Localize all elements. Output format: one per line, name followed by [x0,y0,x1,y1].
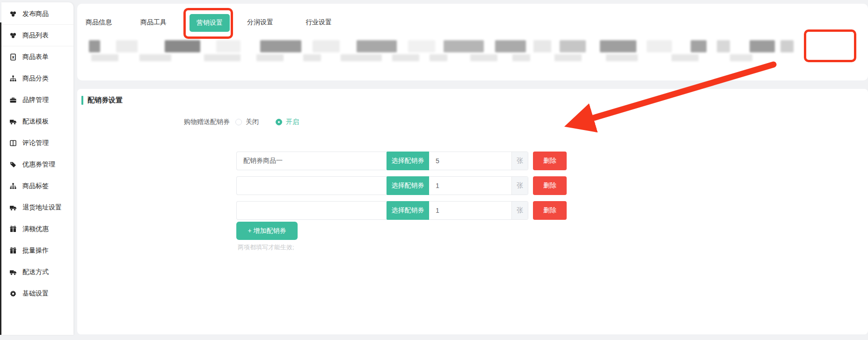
delete-coupon-button[interactable]: 删除 [533,152,567,170]
truck-icon [9,268,17,276]
truck-icon [9,204,17,211]
redacted-subtab [408,40,435,52]
coupon-qty-input[interactable] [429,202,511,219]
coupon-name-input[interactable] [236,152,387,170]
redacted-text [606,54,638,61]
file-x-icon: x [9,53,17,61]
radio-off-dot[interactable] [235,119,242,125]
redacted-text [470,54,497,61]
redacted-text [730,54,752,61]
sitemap-icon [9,75,17,82]
qty-group: 张 [429,176,528,195]
top-tab-3[interactable]: 分润设置 [247,18,273,27]
qty-unit-label: 张 [511,202,528,219]
redacted-subtab [780,40,794,52]
redacted-text [256,54,284,61]
section-header: 配销券设置 [81,96,123,105]
redacted-text [430,54,447,61]
redacted-text [204,54,241,61]
redacted-subtab [691,40,707,52]
top-tab-2[interactable]: 营销设置 [190,14,230,32]
redacted-subtab [260,40,301,52]
sidebar-item-8[interactable]: 商品标签 [1,175,73,197]
redacted-subtab [165,40,200,52]
sidebar-item-9[interactable]: 退货地址设置 [1,197,73,218]
sitemap-icon [9,182,17,190]
redacted-text [91,54,118,61]
redacted-text [341,54,382,61]
delete-coupon-button[interactable]: 删除 [533,201,567,220]
qty-group: 张 [429,201,528,220]
sidebar-item-4[interactable]: 品牌管理 [1,89,73,111]
radio-off-label: 关闭 [246,118,259,126]
redacted-subtab [495,40,526,52]
top-panel: 商品信息 商品工具 营销设置 分润设置 行业设置 配销券 [77,4,868,80]
redacted-subtab [357,40,397,52]
redacted-subtab [216,40,241,52]
top-tab-1[interactable]: 商品工具 [140,18,167,27]
gift-icon [9,247,17,254]
briefcase-icon [9,96,17,104]
redacted-subtab [116,40,138,52]
gift-coupon-label: 购物赠送配销券 [184,118,230,126]
redacted-subtab [533,40,551,52]
delete-coupon-button[interactable]: 删除 [533,176,567,195]
cubes-icon [9,32,17,39]
radio-on-dot[interactable] [276,119,282,125]
redacted-subtab [750,40,775,52]
coupon-row-2: 选择配销券 张 删除 [236,201,567,220]
gift-icon [9,225,17,233]
redacted-subtab [444,40,484,52]
form-hint: 两项都填写才能生效; [238,243,294,252]
redacted-text [139,54,171,61]
top-tab-4[interactable]: 行业设置 [306,18,332,27]
sidebar-item-5[interactable]: 配送模板 [1,111,73,132]
sidebar-item-3[interactable]: 商品分类 [1,68,73,89]
sidebar-item-2[interactable]: x 商品表单 [1,46,73,68]
redacted-text [671,54,699,61]
svg-text:x: x [12,55,15,59]
add-coupon-button[interactable]: + 增加配销券 [236,222,298,240]
redacted-subtab [717,40,730,52]
coupon-row-1: 选择配销券 张 删除 [236,176,567,195]
coupon-name-input[interactable] [236,176,387,195]
coupon-qty-input[interactable] [429,177,511,195]
select-coupon-button[interactable]: 选择配销券 [387,201,429,220]
sidebar-item-7[interactable]: 优惠券管理 [1,154,73,175]
sidebar-item-0[interactable]: 发布商品 [1,3,73,25]
coupon-qty-input[interactable] [429,152,511,170]
sidebar-item-12[interactable]: 配送方式 [1,261,73,283]
section-title: 配销券设置 [88,96,123,105]
redacted-subtab [89,40,100,52]
qty-unit-label: 张 [511,152,528,170]
radio-on-label: 开启 [286,118,299,126]
truck-icon [9,118,17,125]
qty-group: 张 [429,152,528,170]
sidebar-item-10[interactable]: 满额优惠 [1,218,73,240]
section-accent-bar [81,96,83,105]
top-tab-0[interactable]: 商品信息 [86,18,112,27]
sidebar-item-1[interactable]: 商品列表 [1,25,73,46]
gear-icon [9,290,17,297]
coupon-name-input[interactable] [236,201,387,220]
columns-icon [9,139,17,147]
coupon-row-0: 选择配销券 张 删除 [236,152,567,170]
sidebar: 发布商品 商品列表 x 商品表单 商品分类 品牌管理 配送模板 评论管理 优惠券… [1,2,73,335]
select-coupon-button[interactable]: 选择配销券 [387,176,429,195]
content-card: 配销券设置 购物赠送配销券 关闭 开启 选择配销券 张 删除 选择配销券 张 删… [77,89,868,334]
select-coupon-button[interactable]: 选择配销券 [387,152,429,170]
redacted-text [512,54,530,61]
radio-off[interactable]: 关闭 [235,118,259,126]
redacted-subtab [560,40,586,52]
redacted-text [392,54,419,61]
qty-unit-label: 张 [511,177,528,195]
sidebar-item-13[interactable]: 基础设置 [1,283,73,304]
radio-on[interactable]: 开启 [276,118,299,126]
redacted-text [554,54,582,61]
redacted-subtab [600,40,636,52]
sidebar-item-6[interactable]: 评论管理 [1,132,73,154]
sidebar-item-11[interactable]: 批量操作 [1,240,73,261]
redacted-subtab [313,40,340,52]
redacted-text [303,54,321,61]
gift-coupon-setting-row: 购物赠送配销券 关闭 开启 [184,118,299,126]
